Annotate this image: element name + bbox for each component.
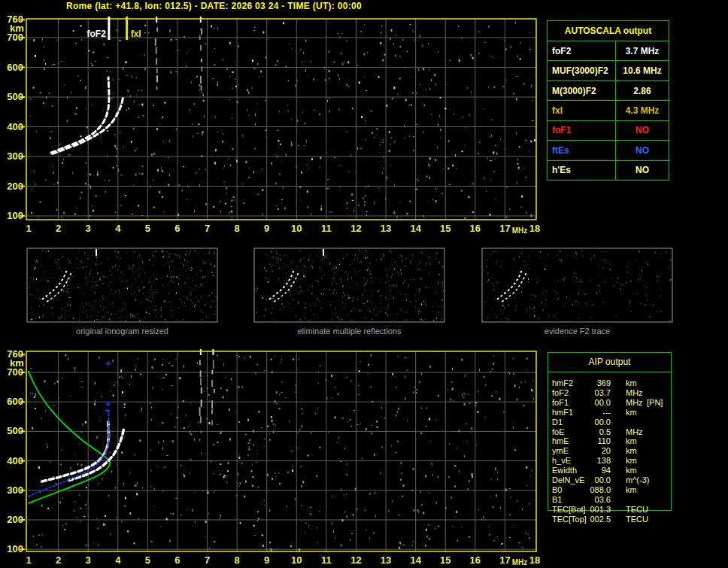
param-label: foF2 (548, 41, 616, 60)
fitted-trace (29, 412, 109, 497)
o-mode-trace (51, 77, 109, 153)
param-value: 110 (563, 436, 611, 445)
param-unit: TECU (626, 515, 648, 524)
x-tick-label: 16 (470, 223, 481, 234)
x-tick-label: 8 (234, 223, 239, 234)
param-value: 00.0 (563, 418, 611, 427)
param-label: B0 (552, 485, 562, 494)
y-tick-label: 500 (7, 91, 23, 102)
param-unit: TECU (626, 505, 648, 514)
table-row: foF1NO (548, 121, 669, 141)
x-tick-label: 8 (234, 554, 239, 566)
aip-output-table: AIP output hmF2369kmfoF203.7MHzfoF100.0M… (548, 352, 672, 511)
y-tick-label: 300 (7, 150, 23, 162)
x-tick-label: 3 (86, 554, 91, 566)
x-tick-label: 11 (321, 223, 332, 234)
autoscala-table-rows: foF23.7 MHzMUF(3000)F210.6 MHzM(3000)F22… (548, 41, 669, 180)
x-tick-label: 9 (264, 554, 269, 566)
param-label: fxI (548, 101, 616, 120)
caption-eliminate-reflections: eliminate multiple reflections (254, 327, 444, 336)
x-tick-label: 18 (529, 554, 540, 566)
param-unit: km (626, 408, 637, 417)
processing-panel-0 (27, 248, 217, 322)
param-label: B1 (552, 495, 562, 504)
x-tick-label: 6 (174, 223, 180, 234)
y-tick-label: 400 (7, 121, 23, 132)
autoscala-screen: Rome (lat: +41.8, lon: 012.5) - DATE: 20… (0, 0, 728, 568)
x-tick-label: 18 (529, 223, 540, 234)
y-tick-label: 100 (7, 543, 23, 554)
x-tick-label: 3 (86, 223, 91, 234)
param-value: 20 (563, 446, 611, 455)
table-row: h'EsNO (548, 161, 669, 180)
x-tick-label: 15 (440, 554, 450, 566)
param-value: 002.5 (563, 515, 611, 524)
x-tick-label: 14 (410, 223, 421, 234)
param-value: 3.7 MHz (616, 41, 669, 60)
x-tick-label: 17 (499, 554, 510, 566)
x-tick-label: 6 (174, 554, 180, 566)
param-label: ftEs (548, 141, 616, 159)
table-row: foF100.0MHz[PN] (548, 398, 671, 408)
param-unit: km (626, 436, 637, 445)
x-tick-label: 11 (321, 554, 332, 566)
param-unit: km (626, 456, 637, 465)
param-unit: MHz (626, 427, 643, 436)
x-tick-label: 13 (381, 223, 391, 234)
x-axis-unit: MHz (512, 226, 528, 235)
processing-panel-1 (254, 248, 444, 322)
table-row: B103.6 (548, 495, 671, 505)
param-label: MUF(3000)F2 (548, 61, 616, 80)
param-label: M(3000)F2 (548, 81, 616, 100)
y-axis-unit: km (10, 357, 24, 369)
param-value: 94 (563, 466, 611, 475)
table-row: B0088.0km (548, 485, 671, 495)
param-label: foF1 (548, 121, 616, 140)
param-unit: km (626, 485, 637, 494)
x-tick-label: 12 (350, 554, 361, 566)
ionogram-top: 760700600500400300200100km12345678910111… (7, 14, 540, 235)
x-tick-label: 2 (56, 223, 61, 234)
y-tick-label: 600 (7, 396, 23, 407)
autoscala-table-header: AUTOSCALA output (548, 21, 669, 41)
y-tick-label: 200 (7, 181, 23, 192)
table-row: ymE20km (548, 446, 671, 456)
x-tick-label: 2 (56, 554, 61, 566)
fxI-marker-label: fxI (131, 29, 141, 39)
param-value: 369 (563, 378, 611, 387)
param-value: --- (563, 408, 611, 417)
y-tick-label: 400 (7, 455, 23, 466)
param-label: h'Es (548, 161, 616, 180)
o-mode-trace (42, 421, 109, 481)
y-tick-label: 200 (7, 514, 23, 525)
x-tick-label: 12 (350, 223, 361, 234)
param-value: 00.0 (563, 475, 611, 484)
param-unit: km (626, 446, 637, 455)
x-tick-label: 10 (291, 223, 302, 234)
x-tick-label: 16 (470, 554, 481, 566)
caption-original-ionogram: original ionogram resized (27, 327, 217, 336)
y-tick-label: 500 (7, 425, 23, 436)
param-value: NO (616, 141, 669, 159)
table-row: D100.0 (548, 418, 671, 427)
param-unit: m^(-3) (626, 475, 649, 484)
table-row: TEC[Bot]001.3TECU (548, 505, 671, 515)
x-tick-label: 13 (381, 554, 391, 566)
param-label: D1 (552, 418, 563, 427)
param-unit: km (626, 378, 637, 387)
param-value: NO (616, 121, 669, 140)
table-row: foF23.7 MHz (548, 41, 669, 61)
foF2-marker-label: foF2 (87, 29, 107, 39)
param-unit: MHz (626, 388, 643, 397)
processing-panel-2 (482, 248, 672, 322)
param-value: 03.7 (563, 388, 611, 397)
table-row: Ewidth94km (548, 466, 671, 475)
x-tick-label: 7 (205, 554, 210, 566)
param-value: 001.3 (563, 505, 611, 514)
table-row: foF203.7MHz (548, 388, 671, 398)
param-value: 4.3 MHz (616, 101, 669, 120)
param-value: 2.86 (616, 81, 669, 100)
caption-evidence-f2-trace: evidence F2 trace (482, 327, 672, 336)
x-tick-label: 7 (205, 223, 210, 234)
param-value: NO (616, 161, 669, 180)
